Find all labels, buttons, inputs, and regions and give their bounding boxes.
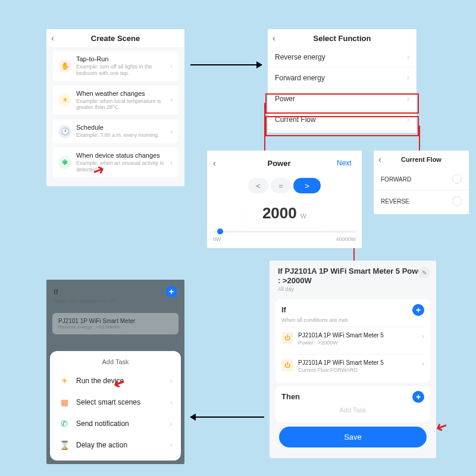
next-button[interactable]: Next (337, 159, 356, 167)
section-title: If (281, 305, 412, 314)
chevron-right-icon: › (170, 377, 173, 385)
page-title: Power (221, 159, 337, 168)
fn-forward-energy[interactable]: Forward energy› (268, 68, 416, 89)
chevron-right-icon: › (422, 332, 424, 340)
op-greater[interactable]: > (293, 178, 321, 193)
op-less[interactable]: < (248, 178, 268, 193)
add-task-button[interactable]: + (412, 391, 424, 403)
fn-power[interactable]: Power› (268, 89, 416, 109)
sun-icon: ☀ (58, 93, 71, 107)
sheet-title: Add Task (50, 353, 181, 370)
scene-icon: ▦ (58, 397, 70, 407)
header: ‹ Power Next (213, 154, 356, 172)
condition-item[interactable]: ⏻ PJ2101A 1P WiFi Smart Meter 5Power : >… (281, 327, 424, 350)
dimmed-background: If+ When any condition is met (46, 280, 184, 309)
task-run-device[interactable]: ☀Run the device› (50, 370, 181, 392)
phone-icon: ✆ (58, 419, 70, 428)
dim-condition: PJ2101 1P WiFi Smart Meter Reverse energ… (52, 313, 178, 334)
slider[interactable] (213, 231, 356, 233)
task-notify[interactable]: ✆Send notification› (50, 413, 181, 434)
hourglass-icon: ⌛ (58, 440, 70, 450)
back-icon[interactable]: ‹ (273, 33, 281, 43)
header: ‹ Current Flow (374, 151, 469, 168)
back-icon[interactable]: ‹ (213, 158, 221, 168)
header: ‹ Select Function (268, 29, 416, 47)
section-sub: When all conditions are met· (281, 317, 424, 323)
range-max: 40000W (336, 236, 356, 242)
fn-current-flow[interactable]: Current Flow› (268, 109, 416, 130)
chevron-right-icon: › (170, 127, 173, 136)
op-equal[interactable]: = (271, 178, 291, 193)
flow-arrow-icon (190, 64, 262, 65)
chevron-right-icon: › (422, 359, 424, 368)
chevron-right-icon: › (170, 62, 173, 70)
fn-reverse-energy[interactable]: Reverse energy› (268, 47, 416, 68)
edit-icon[interactable]: ✎ (418, 267, 430, 278)
task-smart-scenes[interactable]: ▦Select smart scenes› (50, 392, 181, 413)
page-title: Select Function (281, 34, 403, 43)
add-condition-button[interactable]: + (412, 304, 424, 316)
section-title: Then (281, 392, 412, 401)
add-icon: + (165, 286, 177, 298)
automation-title: If PJ2101A 1P WiFi Smart Meter 5 Power :… (270, 261, 436, 286)
condition-item[interactable]: ⏻ PJ2101A 1P WiFi Smart Meter 5Current F… (281, 354, 424, 378)
automation-panel: ✎ If PJ2101A 1P WiFi Smart Meter 5 Power… (270, 261, 436, 458)
placeholder-text: Add Task (281, 403, 424, 417)
device-icon: ⏻ (281, 359, 293, 371)
save-button[interactable]: Save (279, 427, 427, 447)
opt-reverse[interactable]: REVERSE (374, 190, 469, 212)
chevron-right-icon: › (170, 158, 173, 167)
chevron-right-icon: › (407, 95, 409, 103)
chevron-right-icon: › (170, 398, 173, 406)
then-section: Then+ Add Task (275, 386, 430, 422)
option-weather[interactable]: ☀ When weather changesExample: when loca… (52, 85, 178, 116)
tap-icon: ✋ (58, 60, 71, 73)
chevron-right-icon: › (170, 96, 173, 104)
comparator-group: < = > (213, 178, 356, 193)
chevron-right-icon: › (170, 441, 173, 449)
action-sheet: Add Task ☀Run the device› ▦Select smart … (50, 351, 181, 461)
task-delay[interactable]: ⌛Delay the action› (50, 434, 181, 456)
page-title: Current Flow (387, 156, 456, 163)
automation-subtitle: All day (270, 286, 436, 296)
sun-icon: ☀ (58, 376, 70, 386)
flow-arrow-icon (190, 416, 264, 418)
current-flow-panel: ‹ Current Flow FORWARD REVERSE (374, 151, 469, 214)
chevron-right-icon: › (407, 53, 409, 61)
power-panel: ‹ Power Next < = > 2000W 0W40000W (207, 151, 362, 248)
slider-thumb[interactable] (217, 228, 223, 234)
range-min: 0W (213, 236, 221, 242)
radio-icon (452, 174, 462, 184)
page-title: Create Scene (60, 34, 171, 43)
clock-icon: 🕐 (58, 125, 71, 138)
chevron-right-icon: › (407, 74, 409, 82)
if-section: If+ When all conditions are met· ⏻ PJ210… (275, 299, 430, 383)
device-icon: ⏻ (281, 332, 293, 344)
back-icon[interactable]: ‹ (378, 155, 387, 164)
chevron-right-icon: › (170, 419, 173, 428)
connector-line (419, 126, 420, 152)
value-input[interactable]: 2000W (246, 199, 322, 227)
option-schedule[interactable]: 🕐 ScheduleExample: 7:00 a.m. every morni… (52, 119, 178, 143)
back-icon[interactable]: ‹ (51, 33, 60, 43)
select-function-panel: ‹ Select Function Reverse energy› Forwar… (268, 29, 416, 133)
bell-icon: ❃ (58, 156, 71, 169)
radio-icon (452, 196, 462, 206)
option-device-status[interactable]: ❃ When device status changesExample: whe… (52, 147, 178, 178)
add-task-modal: If+ When any condition is met PJ2101 1P … (46, 280, 184, 464)
option-tap-to-run[interactable]: ✋ Tap-to-RunExample: turn off all lights… (52, 51, 178, 82)
header: ‹ Create Scene (46, 29, 184, 47)
chevron-right-icon: › (407, 115, 409, 124)
opt-forward[interactable]: FORWARD (374, 168, 469, 190)
create-scene-panel: ‹ Create Scene ✋ Tap-to-RunExample: turn… (46, 29, 184, 186)
